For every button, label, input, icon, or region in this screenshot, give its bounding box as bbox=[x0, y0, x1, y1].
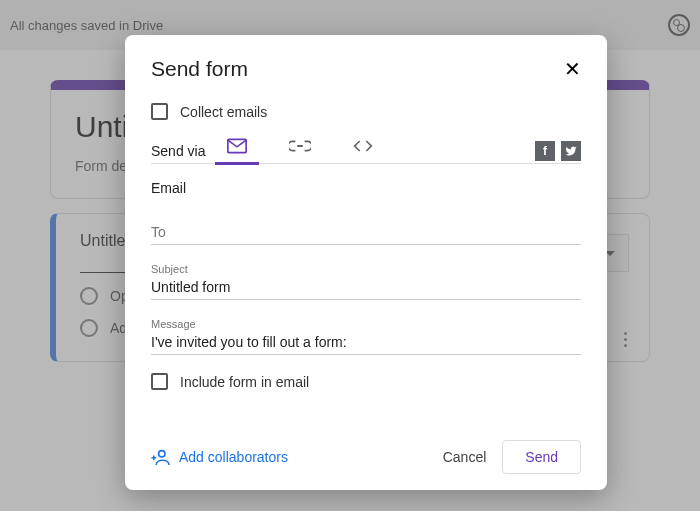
share-twitter-button[interactable] bbox=[561, 141, 581, 161]
subject-label: Subject bbox=[151, 263, 581, 275]
link-icon bbox=[289, 140, 311, 152]
mail-icon bbox=[227, 138, 247, 154]
person-add-icon bbox=[151, 449, 171, 465]
message-input[interactable]: I've invited you to fill out a form: bbox=[151, 330, 581, 355]
share-facebook-button[interactable]: f bbox=[535, 141, 555, 161]
tab-embed[interactable] bbox=[353, 139, 373, 163]
subject-field-wrap: Subject Untitled form bbox=[151, 263, 581, 300]
twitter-icon bbox=[565, 145, 577, 157]
include-form-checkbox[interactable] bbox=[151, 373, 168, 390]
message-field-wrap: Message I've invited you to fill out a f… bbox=[151, 318, 581, 355]
tab-link[interactable] bbox=[289, 140, 311, 162]
close-icon[interactable]: ✕ bbox=[564, 57, 581, 81]
message-label: Message bbox=[151, 318, 581, 330]
subject-input[interactable]: Untitled form bbox=[151, 275, 581, 300]
include-form-row[interactable]: Include form in email bbox=[151, 373, 581, 390]
tab-email[interactable] bbox=[227, 138, 247, 164]
dialog-header: Send form ✕ bbox=[151, 57, 581, 81]
dialog-title: Send form bbox=[151, 57, 248, 81]
svg-point-1 bbox=[159, 451, 165, 457]
email-section-label: Email bbox=[151, 180, 581, 196]
watermark: wsxdn.com bbox=[644, 496, 694, 507]
send-via-label: Send via bbox=[151, 143, 205, 159]
send-via-row: Send via f bbox=[151, 138, 581, 164]
add-collaborators-label: Add collaborators bbox=[179, 449, 288, 465]
collect-emails-checkbox[interactable] bbox=[151, 103, 168, 120]
collect-emails-row[interactable]: Collect emails bbox=[151, 103, 581, 120]
to-field[interactable]: To bbox=[151, 220, 581, 245]
include-form-label: Include form in email bbox=[180, 374, 309, 390]
collect-emails-label: Collect emails bbox=[180, 104, 267, 120]
send-button[interactable]: Send bbox=[502, 440, 581, 474]
embed-icon bbox=[353, 139, 373, 153]
cancel-button[interactable]: Cancel bbox=[431, 441, 499, 473]
dialog-footer: Add collaborators Cancel Send bbox=[151, 430, 581, 474]
send-form-dialog: Send form ✕ Collect emails Send via f Em… bbox=[125, 35, 607, 490]
add-collaborators-button[interactable]: Add collaborators bbox=[151, 449, 288, 465]
